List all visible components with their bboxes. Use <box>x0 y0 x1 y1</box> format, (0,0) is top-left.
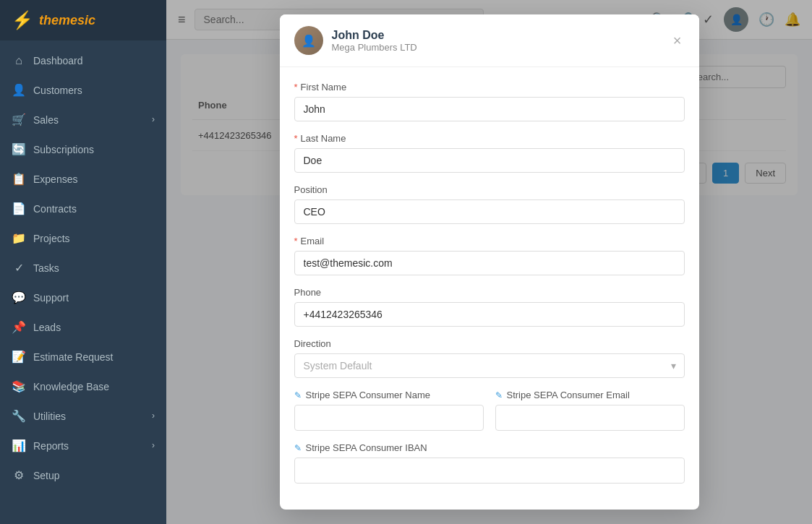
sidebar-item-label-sales: Sales <box>33 114 59 126</box>
first-name-label: * First Name <box>294 82 685 93</box>
estimate-request-nav-icon: 📝 <box>12 350 26 364</box>
sidebar-item-label-projects: Projects <box>33 233 70 244</box>
sidebar-item-setup[interactable]: ⚙Setup <box>0 460 166 490</box>
sidebar-item-subscriptions[interactable]: 🔄Subscriptions <box>0 134 166 164</box>
chevron-right-icon-reports: ‹ <box>152 441 155 451</box>
avatar-image: 👤 <box>294 26 323 55</box>
knowledge-base-nav-icon: 📚 <box>12 379 26 393</box>
email-group: * Email <box>294 236 685 275</box>
setup-nav-icon: ⚙ <box>12 468 26 482</box>
modal-close-button[interactable]: × <box>670 30 685 52</box>
modal-overlay: 👤 John Doe Mega Plumbers LTD × * First N… <box>166 0 812 524</box>
contact-company: Mega Plumbers LTD <box>332 42 670 53</box>
sidebar-item-label-estimate-request: Estimate Request <box>33 351 114 363</box>
position-label: Position <box>294 184 685 195</box>
support-nav-icon: 💬 <box>12 291 26 304</box>
main-area: ≡ 🔍 🔗 ✓ 👤 🕐 🔔 🔍 Phone Active <box>166 0 812 524</box>
edit-icon-iban: ✎ <box>294 443 302 453</box>
last-name-input[interactable] <box>294 148 685 173</box>
last-name-required: * <box>294 133 298 144</box>
stripe-iban-input[interactable] <box>294 458 685 484</box>
stripe-consumer-name-label: ✎ Stripe SEPA Consumer Name <box>294 390 484 400</box>
edit-icon-name: ✎ <box>294 390 302 400</box>
email-required: * <box>294 236 298 246</box>
sidebar-item-support[interactable]: 💬Support <box>0 283 166 312</box>
sidebar-item-label-support: Support <box>33 292 69 304</box>
customers-nav-icon: 👤 <box>12 83 26 97</box>
sidebar-item-tasks[interactable]: ✓Tasks <box>0 253 166 283</box>
sidebar-item-label-tasks: Tasks <box>33 262 59 274</box>
reports-nav-icon: 📊 <box>12 439 26 452</box>
position-group: Position <box>294 184 685 224</box>
sidebar-item-utilities[interactable]: 🔧Utilities‹ <box>0 401 166 431</box>
logo-text: themesic <box>39 13 95 28</box>
stripe-consumer-email-input[interactable] <box>495 405 685 431</box>
logo-area[interactable]: ⚡ themesic <box>0 0 166 40</box>
sidebar-item-sales[interactable]: 🛒Sales‹ <box>0 105 166 134</box>
stripe-iban-label: ✎ Stripe SEPA Consumer IBAN <box>294 442 685 453</box>
position-input[interactable] <box>294 199 685 224</box>
sidebar-item-label-contracts: Contracts <box>33 203 77 215</box>
modal-title-area: John Doe Mega Plumbers LTD <box>332 29 670 53</box>
sidebar-item-customers[interactable]: 👤Customers <box>0 75 166 105</box>
last-name-group: * Last Name <box>294 133 685 173</box>
edit-contact-modal: 👤 John Doe Mega Plumbers LTD × * First N… <box>280 14 699 510</box>
subscriptions-nav-icon: 🔄 <box>12 142 26 156</box>
stripe-iban-group: ✎ Stripe SEPA Consumer IBAN <box>294 442 685 484</box>
direction-select[interactable]: System Default <box>294 353 685 378</box>
sales-nav-icon: 🛒 <box>12 113 26 126</box>
dashboard-nav-icon: ⌂ <box>12 54 26 67</box>
tasks-nav-icon: ✓ <box>12 261 26 275</box>
sidebar-item-projects[interactable]: 📁Projects <box>0 223 166 253</box>
first-name-group: * First Name <box>294 82 685 121</box>
sidebar-item-label-leads: Leads <box>33 322 61 333</box>
projects-nav-icon: 📁 <box>12 231 26 245</box>
direction-select-wrapper: System Default ▾ <box>294 353 685 378</box>
sidebar-item-label-setup: Setup <box>33 470 60 481</box>
phone-input[interactable] <box>294 302 685 327</box>
sidebar-item-label-subscriptions: Subscriptions <box>33 144 94 155</box>
sidebar-item-knowledge-base[interactable]: 📚Knowledge Base <box>0 371 166 401</box>
sidebar-item-label-dashboard: Dashboard <box>33 55 83 66</box>
email-label: * Email <box>294 236 685 246</box>
utilities-nav-icon: 🔧 <box>12 409 26 423</box>
contact-avatar: 👤 <box>294 26 323 55</box>
last-name-label: * Last Name <box>294 133 685 144</box>
stripe-consumer-name-group: ✎ Stripe SEPA Consumer Name <box>294 390 484 431</box>
contracts-nav-icon: 📄 <box>12 202 26 215</box>
chevron-right-icon-sales: ‹ <box>152 115 155 125</box>
direction-group: Direction System Default ▾ <box>294 338 685 378</box>
first-name-input[interactable] <box>294 97 685 121</box>
expenses-nav-icon: 📋 <box>12 172 26 186</box>
sidebar-item-label-customers: Customers <box>33 85 82 96</box>
direction-label: Direction <box>294 338 685 349</box>
sidebar-item-estimate-request[interactable]: 📝Estimate Request <box>0 342 166 371</box>
sidebar-nav: ⌂Dashboard👤Customers🛒Sales‹🔄Subscription… <box>0 40 166 524</box>
sidebar-item-leads[interactable]: 📌Leads <box>0 312 166 342</box>
stripe-sepa-row: ✎ Stripe SEPA Consumer Name ✎ Stripe SEP… <box>294 390 685 431</box>
email-input[interactable] <box>294 251 685 275</box>
sidebar: ⚡ themesic ⌂Dashboard👤Customers🛒Sales‹🔄S… <box>0 0 166 524</box>
leads-nav-icon: 📌 <box>12 320 26 334</box>
sidebar-item-label-reports: Reports <box>33 440 69 452</box>
sidebar-item-label-expenses: Expenses <box>33 173 77 185</box>
sidebar-item-label-knowledge-base: Knowledge Base <box>33 381 109 392</box>
phone-label: Phone <box>294 287 685 298</box>
sidebar-item-label-utilities: Utilities <box>33 411 66 422</box>
phone-group: Phone <box>294 287 685 327</box>
contact-name: John Doe <box>332 29 670 42</box>
modal-header: 👤 John Doe Mega Plumbers LTD × <box>280 14 699 67</box>
sidebar-item-expenses[interactable]: 📋Expenses <box>0 164 166 194</box>
stripe-consumer-email-group: ✎ Stripe SEPA Consumer Email <box>495 390 685 431</box>
logo-icon: ⚡ <box>12 10 33 30</box>
sidebar-item-contracts[interactable]: 📄Contracts <box>0 194 166 223</box>
sidebar-item-dashboard[interactable]: ⌂Dashboard <box>0 46 166 75</box>
sidebar-item-reports[interactable]: 📊Reports‹ <box>0 431 166 460</box>
first-name-required: * <box>294 82 298 93</box>
stripe-consumer-name-input[interactable] <box>294 405 484 431</box>
stripe-consumer-email-label: ✎ Stripe SEPA Consumer Email <box>495 390 685 400</box>
modal-body: * First Name * Last Name Posit <box>280 67 699 510</box>
chevron-right-icon-utilities: ‹ <box>152 411 155 421</box>
edit-icon-email: ✎ <box>495 390 503 400</box>
